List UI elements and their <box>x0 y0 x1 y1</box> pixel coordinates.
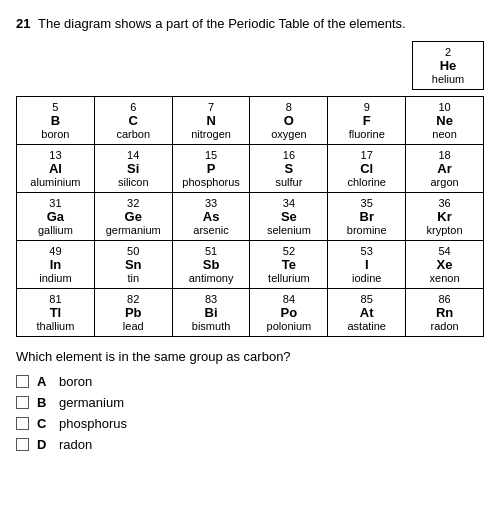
element-cell: 8Ooxygen <box>250 97 328 145</box>
element-cell: 18Arargon <box>406 145 484 193</box>
question-text: Which element is in the same group as ca… <box>16 349 484 364</box>
element-cell: 17Clchlorine <box>328 145 406 193</box>
element-cell: 14Sisilicon <box>94 145 172 193</box>
element-cell: 7Nnitrogen <box>172 97 250 145</box>
element-cell: 5Bboron <box>17 97 95 145</box>
element-cell: 49Inindium <box>17 241 95 289</box>
element-cell: 84Popolonium <box>250 289 328 337</box>
element-cell: 83Bibismuth <box>172 289 250 337</box>
option-a[interactable]: A boron <box>16 374 484 389</box>
option-b[interactable]: B germanium <box>16 395 484 410</box>
element-cell: 15Pphosphorus <box>172 145 250 193</box>
element-cell: 13Alaluminium <box>17 145 95 193</box>
element-cell: 53Iiodine <box>328 241 406 289</box>
option-letter: C <box>37 416 51 431</box>
option-d[interactable]: D radon <box>16 437 484 452</box>
option-c[interactable]: C phosphorus <box>16 416 484 431</box>
periodic-table: 5Bboron6Ccarbon7Nnitrogen8Ooxygen9Ffluor… <box>16 96 484 337</box>
element-cell: 9Ffluorine <box>328 97 406 145</box>
element-cell: 36Krkrypton <box>406 193 484 241</box>
element-cell: 50Sntin <box>94 241 172 289</box>
helium-cell: 2 He helium <box>412 41 484 90</box>
option-letter: D <box>37 437 51 452</box>
element-cell: 85Atastatine <box>328 289 406 337</box>
checkbox-a[interactable] <box>16 375 29 388</box>
element-cell: 82Pblead <box>94 289 172 337</box>
element-cell: 81Tlthallium <box>17 289 95 337</box>
options-list: A boron B germanium C phosphorus D radon <box>16 374 484 452</box>
element-cell: 34Seselenium <box>250 193 328 241</box>
question-number: 21 The diagram shows a part of the Perio… <box>16 16 484 31</box>
element-cell: 10Neneon <box>406 97 484 145</box>
checkbox-c[interactable] <box>16 417 29 430</box>
option-letter: A <box>37 374 51 389</box>
element-cell: 33Asarsenic <box>172 193 250 241</box>
element-cell: 16Ssulfur <box>250 145 328 193</box>
option-text: boron <box>59 374 92 389</box>
element-cell: 6Ccarbon <box>94 97 172 145</box>
option-text: phosphorus <box>59 416 127 431</box>
option-text: radon <box>59 437 92 452</box>
element-cell: 52Tetellurium <box>250 241 328 289</box>
element-cell: 86Rnradon <box>406 289 484 337</box>
element-cell: 32Gegermanium <box>94 193 172 241</box>
element-cell: 51Sbantimony <box>172 241 250 289</box>
element-cell: 54Xexenon <box>406 241 484 289</box>
element-cell: 31Gagallium <box>17 193 95 241</box>
option-letter: B <box>37 395 51 410</box>
checkbox-d[interactable] <box>16 438 29 451</box>
element-cell: 35Brbromine <box>328 193 406 241</box>
option-text: germanium <box>59 395 124 410</box>
checkbox-b[interactable] <box>16 396 29 409</box>
